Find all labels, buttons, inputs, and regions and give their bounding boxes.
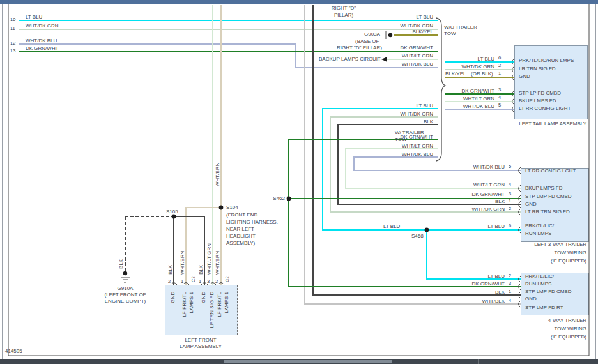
wire-label: BLK/YEL	[358, 29, 433, 34]
pin-function: GND	[525, 296, 537, 301]
wire-label: WHT/DK BLU	[26, 38, 57, 43]
wire-label: LT BLU	[431, 273, 505, 279]
wire-label: DK GRN/WHT	[26, 45, 59, 51]
wire-label: WHT/LT GRN	[420, 96, 494, 102]
pin-function: LT RR CONFIG LIGHT	[519, 105, 571, 111]
window-right-edge	[595, 4, 596, 359]
pin-number: 4	[498, 95, 501, 100]
pillar-note-line2: RIGHT "D"	[318, 5, 369, 11]
row-number: 13	[10, 48, 15, 54]
wire-label: WHT/DK GRN	[420, 64, 494, 70]
connector-title-line1: LEFT FRONT	[165, 337, 236, 343]
pin-function: STP LMP FD RT	[525, 305, 564, 310]
wire-label-vertical: WHT/LT GRN	[206, 243, 212, 275]
splice-id-s104: S104	[226, 204, 238, 210]
wire-label: DK GRN/WHT	[358, 134, 433, 140]
wire-label: WHT/DK GRN	[431, 206, 505, 212]
splice-s462-dot	[287, 197, 291, 201]
pin-number: 3	[509, 191, 511, 197]
pin-number: 4	[509, 298, 511, 303]
s104-note-line: HEADLIGHT	[226, 233, 256, 239]
row-number: 12	[10, 40, 15, 46]
connector-id-c2: C2	[224, 276, 230, 282]
connector-title-line3: (IF EQUIPPED)	[486, 334, 586, 340]
pin-function-vertical: LAMPS 1	[188, 292, 194, 330]
pin-function: LT RR CONFIG LGHT	[525, 168, 576, 174]
splice-s104-dot	[219, 206, 224, 210]
wire-label: DK GRN/WHT	[420, 88, 494, 94]
s104-note-line: (FRONT END	[226, 212, 257, 218]
pin-number: 2	[498, 63, 501, 68]
wire-label: WHT/DK BLU	[420, 103, 494, 109]
3way-pin-arcs	[519, 167, 521, 233]
pin-number: 1	[199, 278, 201, 284]
wire-label: WHT/DK BLU	[431, 164, 505, 170]
pin-function-vertical: LAMPS 1	[224, 292, 229, 330]
connector-title-line2: TOW WIRING	[486, 250, 586, 255]
scrollbar-thumb[interactable]	[224, 360, 392, 363]
wire-label: BLK	[431, 289, 505, 295]
pin-function: PRK/TL/LIC/RUN LMPS	[519, 57, 574, 63]
pin-number: 1	[509, 289, 511, 294]
wire-label: DK GRN/WHT	[431, 281, 505, 287]
wire-label: LT BLU	[358, 14, 433, 20]
connector-title-line3: (IF EQUIPPED)	[486, 258, 586, 264]
wire-label: WHT/BLK	[431, 298, 505, 304]
pin-number: 2	[509, 273, 511, 278]
wire-label: BLK	[358, 119, 433, 125]
wire-label: DK GRN/WHT	[358, 45, 433, 50]
wo-trailer-tow-line2: TOW	[444, 31, 456, 36]
pin-function: RUN LMPS	[525, 281, 551, 287]
wire-label: LT BLU	[431, 224, 505, 229]
s104-note-line: NEAR LEFT	[226, 226, 254, 232]
g910a-note-line2: ENGINE COMPT)	[96, 298, 155, 304]
pin-function: RUN LMPS	[525, 231, 551, 236]
g903a-note-line1: (BASE OF	[355, 38, 379, 44]
wire-label-vertical: BLK	[198, 265, 204, 275]
wire-label-vertical: BLK	[167, 265, 173, 275]
pin-function: GND	[519, 73, 530, 79]
pin-number: 4	[509, 181, 511, 187]
tail-pin-arcs	[512, 59, 515, 112]
pin-function-vertical: LF PRK/TL	[181, 292, 187, 330]
wire-label: LT BLU	[420, 56, 494, 62]
pin-number: 5	[509, 163, 511, 169]
wire-label-vertical: WHT/BRN	[215, 163, 220, 186]
wire-label-vertical: WHT/BRN	[180, 251, 185, 275]
splice-id-s105: S105	[166, 209, 178, 215]
g910a-note-line1: (LEFT FRONT OF	[96, 292, 155, 298]
connector-title-line2: LAMP ASSEMBLY	[165, 344, 236, 349]
connector-title-line1: 4-WAY TRAILER	[486, 317, 586, 323]
pin-function-vertical: LF TRN SIG FD	[209, 292, 215, 330]
pin-number: 3	[509, 280, 511, 286]
wire-label: WHT/DK GRN	[26, 23, 59, 29]
wire-label-vertical: BLK	[118, 259, 124, 269]
scrollbar-divider	[478, 359, 479, 364]
wiring-diagram-viewer: 10 LT BLU 11 WHT/DK GRN 12 WHT/DK BLU 13…	[0, 0, 598, 364]
connector-title: LEFT TAIL LAMP ASSEMBLY	[486, 121, 586, 126]
wire-label: BLK	[431, 199, 505, 204]
ground-id-g910a: G910A	[96, 285, 155, 291]
pin-function: STP LMP FD CMBD	[525, 289, 572, 294]
wire-label-alt: (OR BLK)	[471, 71, 493, 77]
pin-function-vertical: GND	[201, 292, 206, 330]
pin-function: BKUP LMPS FD	[519, 98, 556, 103]
pin-number: 1	[181, 278, 183, 284]
pin-number: 3	[498, 87, 501, 93]
pin-function: PRK/TL/LIC/	[525, 223, 554, 229]
wire-label: WHT/LT GRN	[431, 182, 505, 188]
splice-id-s468: S468	[411, 233, 424, 239]
pin-function-vertical: GND	[170, 292, 176, 330]
pin-number: 3	[207, 278, 210, 284]
wire-dk-grn-wht-tow	[289, 140, 521, 287]
pin-function: LR TRN SIG FD	[519, 66, 556, 72]
wire-label: WHT/DK GRN	[358, 23, 433, 29]
s104-note-line: LIGHTING HARNESS,	[226, 219, 278, 225]
pin-number: 6	[498, 55, 501, 61]
horizontal-scrollbar[interactable]	[0, 359, 598, 364]
wire-label: DK GRN/WHT	[431, 192, 505, 197]
pin-function-vertical: LF PRK/TL	[217, 292, 222, 330]
row-number: 11	[10, 26, 15, 31]
splice-s105-dot	[172, 215, 176, 219]
splice-s468-dot	[425, 228, 429, 232]
